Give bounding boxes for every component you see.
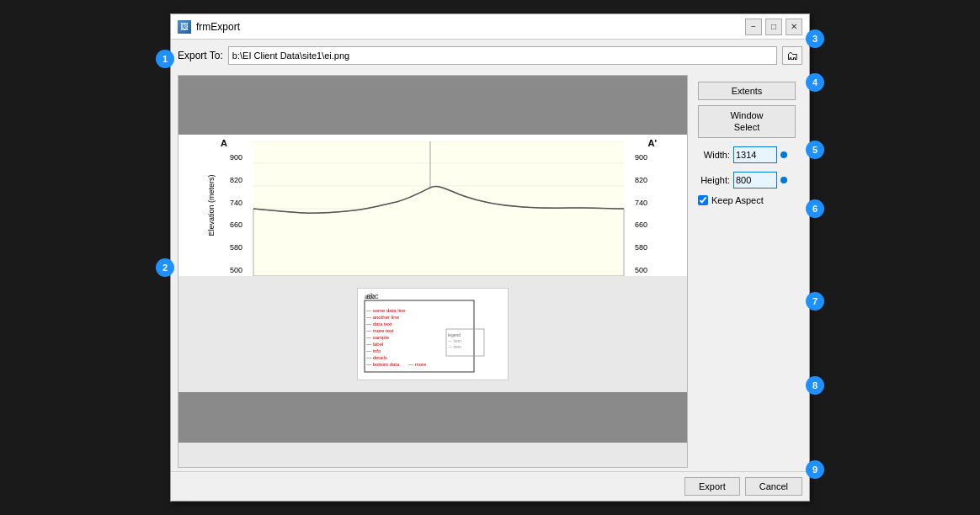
close-button[interactable]: ✕ (786, 19, 802, 35)
chart-label-a: A (221, 138, 227, 148)
width-label: Width: (698, 150, 730, 160)
y-label-900-right: 900 (635, 153, 657, 162)
y-label-500-right: 500 (635, 266, 657, 274)
height-indicator (780, 177, 787, 183)
chart-label-a-prime: A' (647, 138, 657, 148)
cancel-button[interactable]: Cancel (745, 477, 802, 496)
y-axis-label: Elevation (meters) (207, 174, 216, 236)
badge-1: 1 (156, 50, 174, 68)
badge-5: 5 (806, 141, 824, 159)
y-label-820-right: 820 (635, 176, 657, 184)
height-group: Height: (698, 172, 796, 188)
badge-4: 4 (806, 73, 824, 92)
svg-text:— label: — label (366, 342, 383, 347)
badge-6: 6 (806, 199, 824, 218)
maximize-button[interactable]: □ (765, 19, 782, 35)
y-label-580-right: 580 (635, 243, 657, 252)
svg-text:— more text: — more text (366, 328, 394, 333)
badge-2: 2 (156, 258, 174, 277)
y-label-660-left: 660 (221, 220, 242, 229)
title-bar: 🖼 frmExport − □ ✕ (171, 14, 809, 40)
map-thumbnail-section: abc abc — some data line — another line … (178, 276, 687, 392)
y-label-500-left: 500 (221, 266, 242, 274)
extents-button[interactable]: Extents (698, 82, 796, 100)
map-svg: abc — some data line — another line — da… (358, 289, 509, 380)
svg-text:— bottom data: — bottom data (366, 362, 400, 367)
browse-button[interactable]: 🗂 (782, 46, 802, 65)
height-label: Height: (698, 175, 730, 185)
y-label-740-left: 740 (221, 199, 242, 207)
svg-text:— data text: — data text (366, 321, 392, 327)
svg-text:— details: — details (366, 355, 387, 360)
y-label-900-left: 900 (221, 153, 242, 162)
window-select-button[interactable]: Window Select (698, 105, 796, 138)
svg-text:— item: — item (448, 338, 461, 343)
export-to-label: Export To: (178, 50, 223, 61)
height-input[interactable] (733, 172, 777, 188)
keep-aspect-label: Keep Aspect (711, 195, 764, 205)
svg-text:— item: — item (448, 344, 461, 349)
preview-top-gray (178, 76, 687, 135)
right-panel: Extents Window Select Width: Height: (693, 75, 802, 468)
width-indicator (780, 151, 787, 158)
badge-3: 3 (806, 29, 824, 48)
preview-panel: Elevation (meters) A A' 900 820 740 660 … (178, 75, 688, 468)
width-group: Width: (698, 146, 796, 163)
width-input[interactable] (733, 146, 777, 163)
export-button[interactable]: Export (684, 477, 740, 496)
svg-text:— more: — more (408, 362, 427, 367)
y-label-580-left: 580 (221, 243, 242, 252)
svg-text:— another line: — another line (366, 315, 400, 320)
elevation-chart (244, 141, 633, 276)
map-thumbnail-label: abc (366, 292, 379, 300)
y-label-740-right: 740 (635, 199, 657, 207)
export-path-input[interactable] (228, 46, 777, 65)
badge-9: 9 (806, 460, 824, 479)
window-select-label: Window Select (730, 110, 763, 132)
keep-aspect-row: Keep Aspect (698, 195, 796, 205)
minimize-button[interactable]: − (745, 19, 762, 35)
y-label-820-left: 820 (221, 176, 242, 184)
keep-aspect-checkbox[interactable] (698, 195, 708, 205)
bottom-bar: Export Cancel (171, 471, 809, 501)
window-icon: 🖼 (178, 20, 191, 34)
y-label-660-right: 660 (635, 220, 657, 229)
preview-bottom-gray (178, 392, 687, 443)
svg-text:— sample: — sample (366, 335, 390, 340)
svg-text:— some data line: — some data line (366, 308, 406, 313)
svg-text:legend: legend (448, 332, 461, 337)
svg-text:— info: — info (366, 348, 381, 353)
badge-8: 8 (806, 376, 824, 395)
window-title: frmExport (196, 21, 240, 33)
map-thumbnail: abc abc — some data line — another line … (357, 288, 509, 380)
badge-7: 7 (806, 292, 824, 311)
